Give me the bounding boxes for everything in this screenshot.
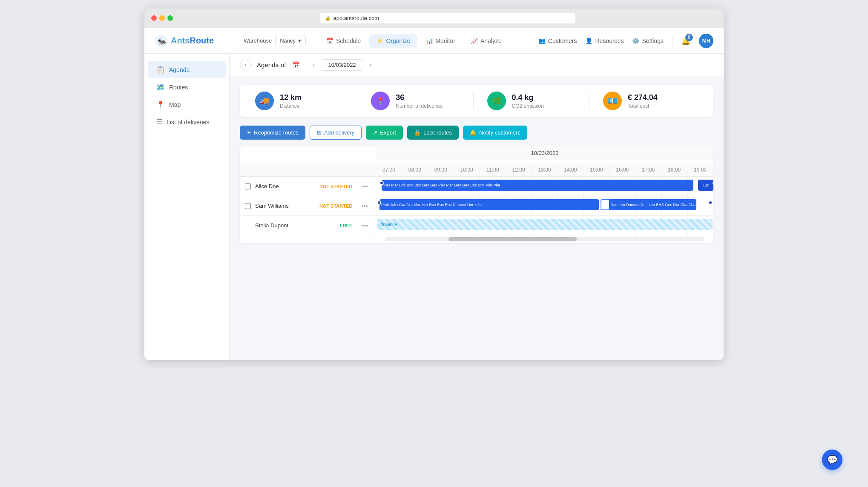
warehouse-value: Nancy <box>280 37 296 44</box>
logo-text: AntsRoute <box>171 36 214 46</box>
lock-icon: 🔒 <box>325 15 331 21</box>
stella-menu-button[interactable]: ••• <box>359 221 371 231</box>
stat-co2: 🌿 0.4 kg CO2 emission <box>480 92 589 110</box>
add-delivery-button[interactable]: ⊞ Add delivery <box>310 126 362 140</box>
task-label: Petit Julia Gra Gra Mar Mar Roc Roc Roc … <box>381 203 482 207</box>
nav-right: 👥 Customers 👤 Resources ⚙️ Settings 🔔 8 <box>538 34 713 48</box>
time-09: 09:00 <box>428 163 454 176</box>
alice-tasks-bar: Pier Pier Bric Bric Bric Gec Gec Pier Pi… <box>379 181 713 192</box>
table-row: Alice Doe NOT STARTED ••• <box>240 177 376 196</box>
warehouse-dropdown[interactable]: Nancy ▾ <box>275 35 306 46</box>
warehouse-selector: Warehouse Nancy ▾ <box>244 35 306 46</box>
lock-routes-label: Lock routes <box>423 129 452 136</box>
sidebar-item-map[interactable]: 📍 Map <box>148 96 226 113</box>
stat-co2-value: 0.4 kg <box>512 93 544 102</box>
stella-absence-bar: Absence <box>377 220 713 231</box>
alice-menu-button[interactable]: ••• <box>359 181 371 192</box>
organize-icon: ⚡ <box>376 37 383 44</box>
stat-co2-info: 0.4 kg CO2 emission <box>512 93 544 109</box>
dot-yellow <box>159 15 165 21</box>
routes-icon: 🗺️ <box>156 83 165 91</box>
alice-checkbox[interactable] <box>245 183 251 189</box>
list-icon: ☰ <box>156 118 162 126</box>
notify-customers-button[interactable]: 🔔 Notify customers <box>463 126 527 140</box>
sam-end-dot <box>708 201 713 205</box>
sam-task-bar-1[interactable]: Petit Julia Gra Gra Mar Mar Roc Roc Roc … <box>379 199 599 210</box>
reoptimize-routes-button[interactable]: ✦ Reoptimize routes <box>240 126 305 140</box>
reoptimize-label: Reoptimize routes <box>254 129 299 136</box>
gantt-right-panel: Pier Pier Bric Bric Bric Gec Gec Pier Pi… <box>376 177 713 243</box>
gantt-scrollbar-thumb[interactable] <box>448 237 577 241</box>
gantt-left-panel: Alice Doe NOT STARTED ••• Sam Williams N… <box>240 177 376 243</box>
reoptimize-icon: ✦ <box>247 129 251 136</box>
stat-co2-label: CO2 emission <box>512 103 544 109</box>
tab-monitor[interactable]: 📊 Monitor <box>419 34 462 48</box>
resources-link[interactable]: 👤 Resources <box>585 37 624 44</box>
stat-distance-info: 12 km Distance <box>280 93 302 109</box>
browser-url-bar[interactable]: 🔒 app.antsroute.com <box>320 13 575 23</box>
add-delivery-label: Add delivery <box>324 129 355 136</box>
settings-link[interactable]: ⚙️ Settings <box>632 37 664 44</box>
sam-menu-button[interactable]: ••• <box>359 201 371 211</box>
sidebar-list-label: List of deliveries <box>167 119 209 126</box>
gantt-grid-row-2: Petit Julia Gra Gra Mar Mar Roc Roc Roc … <box>376 196 713 216</box>
calendar-picker-icon[interactable]: 📅 <box>291 60 302 70</box>
lock-routes-button[interactable]: 🔒 Lock routes <box>407 126 459 140</box>
page-title: Agenda of <box>257 61 286 69</box>
back-button[interactable]: ‹ <box>240 59 252 71</box>
avatar[interactable]: MH <box>699 34 713 48</box>
tab-analyze[interactable]: 📈 Analyze <box>464 34 509 48</box>
date-input[interactable]: 10/03/2022 <box>321 59 363 71</box>
sidebar-map-label: Map <box>169 101 181 108</box>
alice-last-task[interactable]: Luc <box>698 180 713 191</box>
time-07: 07:00 <box>376 163 402 176</box>
gantt-time-header-row: 07:00 08:00 09:00 10:00 11:00 12:00 13:0… <box>240 163 713 177</box>
monitor-icon: 📊 <box>425 37 433 44</box>
gantt-scrollbar[interactable] <box>385 237 705 241</box>
calendar-icon: 📅 <box>326 37 333 44</box>
tab-organize-label: Organize <box>386 37 410 44</box>
nav-center: Warehouse Nancy ▾ 📅 Schedule ⚡ Organize <box>244 34 509 48</box>
table-row: Stella Dupont FREE ••• <box>240 216 376 235</box>
time-18: 18:00 <box>661 163 687 176</box>
absence-label: Absence <box>380 222 397 227</box>
gantt-grid-row-1: Pier Pier Bric Bric Bric Gec Gec Pier Pi… <box>376 177 713 196</box>
sidebar-item-agenda[interactable]: 📋 Agenda <box>148 61 226 78</box>
customers-link[interactable]: 👥 Customers <box>538 37 577 44</box>
notify-icon: 🔔 <box>470 129 477 136</box>
sidebar-item-list[interactable]: ☰ List of deliveries <box>148 114 226 130</box>
date-next-button[interactable]: › <box>367 60 374 69</box>
notification-button[interactable]: 🔔 8 <box>681 36 690 46</box>
gantt-body: Alice Doe NOT STARTED ••• Sam Williams N… <box>240 177 713 243</box>
alice-name: Alice Doe <box>255 183 316 189</box>
gantt-left-header <box>240 146 376 163</box>
settings-label: Settings <box>642 37 664 44</box>
tab-analyze-label: Analyze <box>480 37 502 44</box>
co2-icon: 🌿 <box>487 92 506 110</box>
stat-deliveries-info: 36 Number of deliveries <box>396 93 443 109</box>
export-icon: ↗ <box>373 129 377 136</box>
date-prev-button[interactable]: ‹ <box>310 60 317 69</box>
sam-checkbox[interactable] <box>245 203 251 209</box>
resources-label: Resources <box>595 37 624 44</box>
main-content: 📋 Agenda 🗺️ Routes 📍 Map ☰ List of deliv… <box>144 54 724 360</box>
stat-distance: 🚚 12 km Distance <box>248 92 357 110</box>
url-text: app.antsroute.com <box>333 15 379 21</box>
map-icon: 📍 <box>156 100 165 109</box>
tab-schedule[interactable]: 📅 Schedule <box>319 34 368 48</box>
gantt-chart: 10/03/2022 07:00 08:00 09:00 10:00 11:00… <box>240 146 713 243</box>
export-label: Export <box>380 129 396 136</box>
tab-organize[interactable]: ⚡ Organize <box>369 34 417 48</box>
notify-customers-label: Notify customers <box>479 129 520 136</box>
alice-start-dot <box>379 181 384 185</box>
sidebar-agenda-label: Agenda <box>169 66 190 73</box>
notification-badge: 8 <box>685 34 693 41</box>
time-10: 10:00 <box>454 163 480 176</box>
alice-task-bar[interactable]: Pier Pier Bric Bric Bric Gec Gec Pier Pi… <box>382 180 693 191</box>
time-11: 11:00 <box>480 163 506 176</box>
sidebar-item-routes[interactable]: 🗺️ Routes <box>148 79 226 95</box>
export-button[interactable]: ↗ Export <box>366 126 403 140</box>
time-17: 17:00 <box>635 163 661 176</box>
svg-text:🐜: 🐜 <box>158 37 166 45</box>
sam-task-bar-2[interactable]: Doe Léa Dumont Doe Léa EHS Gec Dur Cha C… <box>609 199 697 210</box>
